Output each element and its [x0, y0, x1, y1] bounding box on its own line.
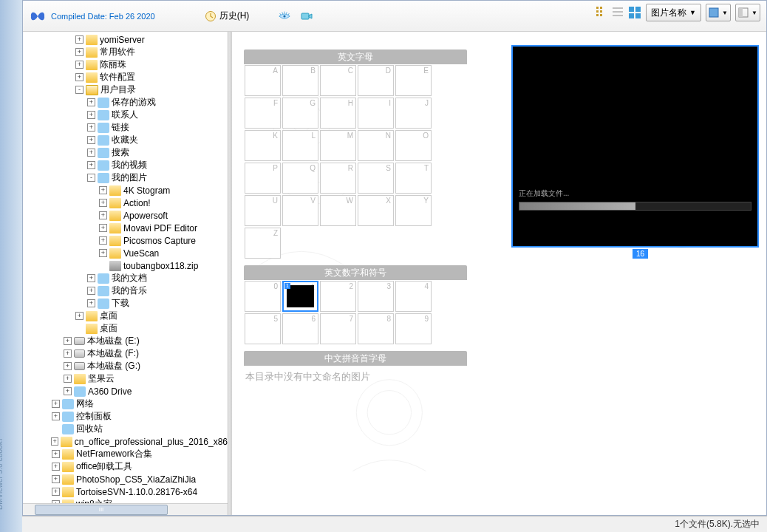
thumb-cell[interactable]: N [358, 130, 394, 161]
thumb-cell[interactable]: H [320, 98, 356, 129]
tree-node[interactable]: +Picosmos Capture [26, 234, 228, 247]
view-large-icons[interactable] [628, 6, 641, 19]
tree-node[interactable]: +坚果云 [26, 372, 228, 385]
tree-node[interactable]: +office卸载工具 [26, 460, 228, 473]
tree-node[interactable]: -我的图片 [26, 171, 228, 184]
tree-hscroll[interactable]: III [23, 503, 228, 515]
expander-icon[interactable]: + [99, 236, 107, 245]
thumbnail-size-combo[interactable]: ▼ [706, 4, 731, 21]
expander-icon[interactable]: + [99, 211, 107, 219]
thumb-cell[interactable]: 9 [395, 313, 432, 344]
expander-icon[interactable]: + [64, 362, 72, 370]
tree-node[interactable]: +我的视频 [26, 159, 228, 171]
camera-button[interactable] [296, 8, 318, 24]
tree-node[interactable]: +软件配置 [26, 71, 228, 83]
expander-icon[interactable]: + [99, 249, 107, 257]
thumb-cell[interactable]: M [320, 130, 356, 161]
preview-panel[interactable]: 正在加载文件... [511, 45, 759, 248]
expander-icon[interactable]: + [75, 312, 83, 320]
tree-node[interactable]: 桌面 [26, 322, 228, 335]
expander-icon[interactable]: + [52, 463, 60, 471]
sort-combo[interactable]: 图片名称 ▼ [646, 4, 701, 21]
thumb-cell[interactable]: 3 [358, 281, 394, 312]
tree-node[interactable]: +本地磁盘 (E:) [26, 335, 228, 347]
thumb-cell[interactable]: 11 [282, 281, 318, 312]
tree-node[interactable]: +Apowersoft [26, 209, 228, 222]
thumb-cell[interactable]: S [358, 163, 394, 194]
thumb-cell[interactable]: T [395, 163, 432, 194]
expander-icon[interactable]: + [52, 400, 60, 408]
thumb-cell[interactable]: G [282, 98, 318, 129]
expander-icon[interactable]: + [87, 111, 95, 119]
tree-node[interactable]: +常用软件 [26, 46, 228, 58]
tree-node[interactable]: +A360 Drive [26, 385, 228, 398]
expander-icon[interactable]: + [75, 73, 83, 81]
tree-node[interactable]: +Action! [26, 197, 228, 209]
eye-button[interactable] [273, 8, 296, 24]
thumb-cell[interactable]: K [245, 130, 281, 161]
tree-node[interactable]: +保存的游戏 [26, 96, 228, 109]
expander-icon[interactable]: + [64, 337, 72, 345]
thumb-cell[interactable]: I [358, 98, 394, 129]
view-list-icon[interactable] [612, 6, 625, 19]
tree-node[interactable]: +4K Stogram [26, 184, 228, 197]
thumb-cell[interactable]: 8 [358, 313, 394, 344]
tree-node[interactable]: +搜索 [26, 146, 228, 159]
tree-node[interactable]: +win8之家 [26, 498, 228, 503]
thumb-cell[interactable]: Q [282, 163, 318, 194]
thumb-cell[interactable]: V [282, 195, 318, 226]
thumb-cell[interactable]: 0 [245, 281, 281, 312]
thumb-cell[interactable]: 6 [282, 313, 318, 344]
tree-node[interactable]: +我的文档 [26, 272, 228, 284]
expander-icon[interactable]: + [64, 387, 72, 395]
thumb-cell[interactable]: R [320, 163, 356, 194]
tree-node[interactable]: +下载 [26, 297, 228, 310]
tree-node[interactable]: +收藏夹 [26, 134, 228, 146]
expander-icon[interactable]: + [87, 299, 95, 307]
thumb-cell[interactable]: Y [395, 195, 432, 226]
history-button[interactable]: 历史(H) [200, 7, 255, 24]
expander-icon[interactable]: + [87, 149, 95, 157]
expander-icon[interactable]: + [99, 199, 107, 207]
tree-node[interactable]: +本地磁盘 (F:) [26, 347, 228, 360]
thumb-cell[interactable]: 5 [245, 313, 281, 344]
thumb-cell[interactable]: B [282, 65, 318, 96]
expander-icon[interactable]: - [75, 86, 83, 94]
tree-node[interactable]: +我的音乐 [26, 284, 228, 297]
tree-node[interactable]: +VueScan [26, 247, 228, 259]
expander-icon[interactable]: - [87, 174, 95, 182]
expander-icon[interactable]: + [87, 287, 95, 295]
expander-icon[interactable]: + [99, 186, 107, 194]
thumb-cell[interactable]: C [320, 65, 356, 96]
thumb-cell[interactable]: J [395, 98, 432, 129]
expander-icon[interactable]: + [64, 375, 72, 383]
tree-node[interactable]: toubangbox118.zip [26, 259, 228, 272]
tree-node[interactable]: +链接 [26, 121, 228, 134]
expander-icon[interactable]: + [87, 274, 95, 282]
expander-icon[interactable]: + [52, 475, 60, 483]
expander-icon[interactable]: + [75, 35, 83, 44]
thumb-cell[interactable]: 7 [320, 313, 356, 344]
thumb-cell[interactable]: 2 [320, 281, 356, 312]
expander-icon[interactable]: + [52, 488, 60, 496]
thumb-cell[interactable]: 4 [395, 281, 432, 312]
tree-node[interactable]: +Movavi PDF Editor [26, 222, 228, 234]
expander-icon[interactable]: + [75, 61, 83, 69]
expander-icon[interactable]: + [87, 161, 95, 169]
tree-node[interactable]: +控制面板 [26, 410, 228, 423]
thumb-cell[interactable]: W [320, 195, 356, 226]
tree-node[interactable]: 回收站 [26, 423, 228, 435]
tree-node[interactable]: +PhotoShop_CS5_XiaZaiZhiJia [26, 473, 228, 485]
thumb-cell[interactable]: U [245, 195, 281, 226]
tree-node[interactable]: +cn_office_professional_plus_2016_x86 [26, 435, 228, 448]
thumb-cell[interactable]: F [245, 98, 281, 129]
tree-hscroll-thumb[interactable]: III [35, 505, 168, 515]
thumb-cell[interactable]: X [358, 195, 394, 226]
tree-node[interactable]: +桌面 [26, 310, 228, 322]
thumb-cell[interactable]: E [395, 65, 432, 96]
tree-node[interactable]: +网络 [26, 398, 228, 410]
expander-icon[interactable]: + [52, 450, 60, 458]
view-small-icons[interactable] [596, 6, 609, 19]
expander-icon[interactable]: + [87, 136, 95, 144]
expander-icon[interactable]: + [51, 437, 59, 446]
